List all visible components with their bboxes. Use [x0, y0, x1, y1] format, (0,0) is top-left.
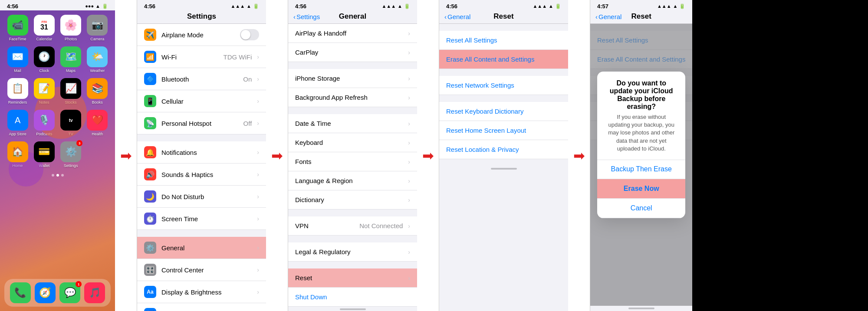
- general-row-storage[interactable]: iPhone Storage ›: [288, 69, 417, 88]
- app-notes[interactable]: 📝 Notes: [33, 78, 55, 105]
- general-list[interactable]: AirPlay & Handoff › CarPlay › iPhone Sto…: [288, 24, 417, 311]
- app-grid: 📹 FaceTime FRI 31 Calendar 🌸 Photos 📷 Ca…: [0, 10, 115, 172]
- bluetooth-icon: 🔷: [144, 73, 156, 85]
- general-row-legal[interactable]: Legal & Regulatory ›: [288, 242, 417, 262]
- app-stocks[interactable]: 📈 Stocks: [60, 78, 82, 105]
- settings-row-display[interactable]: Aa Display & Brightness ›: [137, 281, 266, 303]
- general-row-datetime[interactable]: Date & Time ›: [288, 114, 417, 133]
- status-time-reset: 4:56: [446, 3, 457, 10]
- general-back[interactable]: ‹ Settings: [293, 13, 320, 20]
- settings-row-bluetooth[interactable]: 🔷 Bluetooth On ›: [137, 68, 266, 90]
- wifi-icon-r: ▲: [549, 3, 553, 9]
- settings-row-dnd[interactable]: 🌙 Do Not Disturb ›: [137, 186, 266, 208]
- settings-row-general[interactable]: ⚙️ General ›: [137, 237, 266, 259]
- reset-row-erase[interactable]: Erase All Content and Settings: [439, 50, 568, 69]
- dock-safari[interactable]: 🧭: [35, 282, 56, 303]
- general-panel: 4:56 ▲▲▲ ▲ 🔋 ‹ Settings General AirPlay …: [288, 0, 417, 311]
- general-row-language[interactable]: Language & Region ›: [288, 171, 417, 190]
- status-time-settings: 4:56: [144, 3, 155, 10]
- back-chevron-g: ‹: [293, 13, 296, 20]
- settings-row-sounds[interactable]: 🔊 Sounds & Haptics ›: [137, 164, 266, 186]
- general-row-carplay[interactable]: CarPlay ›: [288, 43, 417, 62]
- notifications-icon: 🔔: [144, 146, 156, 158]
- settings-row-airplane[interactable]: ✈️ Airplane Mode: [137, 24, 266, 46]
- app-home[interactable]: 🏠 Home: [7, 141, 28, 168]
- app-weather[interactable]: 🌤️ Weather: [87, 46, 108, 73]
- signal-icon-g: ▲▲▲: [381, 3, 396, 9]
- general-back-label: Settings: [296, 13, 320, 20]
- app-appstore[interactable]: A App Store: [7, 110, 28, 136]
- cancel-button[interactable]: Cancel: [597, 199, 685, 218]
- app-calendar[interactable]: FRI 31 Calendar: [33, 15, 55, 41]
- app-health[interactable]: ❤️ Health: [87, 110, 108, 136]
- general-row-dictionary[interactable]: Dictionary ›: [288, 190, 417, 210]
- general-row-bgrefresh[interactable]: Background App Refresh ›: [288, 88, 417, 107]
- hotspot-icon: 📡: [144, 117, 156, 129]
- dialog-reset-title: Reset: [631, 12, 651, 21]
- dot-1: [52, 174, 54, 177]
- battery-icon-g: 🔋: [404, 3, 410, 9]
- erase-now-button[interactable]: Erase Now: [597, 179, 685, 199]
- general-row-keyboard[interactable]: Keyboard ›: [288, 133, 417, 152]
- general-row-shutdown[interactable]: Shut Down: [288, 288, 417, 307]
- general-row-vpn[interactable]: VPN Not Connected ›: [288, 216, 417, 236]
- reset-back[interactable]: ‹ General: [444, 13, 470, 20]
- app-facetime[interactable]: 📹 FaceTime: [7, 15, 28, 41]
- general-row-fonts[interactable]: Fonts ›: [288, 152, 417, 171]
- dialog-back[interactable]: ‹ General: [595, 13, 621, 20]
- status-time-general: 4:56: [295, 3, 306, 10]
- settings-row-accessibility[interactable]: ♿ Accessibility ›: [137, 303, 266, 311]
- settings-list[interactable]: ✈️ Airplane Mode 📶 Wi-Fi TDG WiFi › 🔷 Bl…: [137, 24, 266, 311]
- dock-phone[interactable]: 📞: [10, 282, 31, 303]
- settings-row-screentime[interactable]: ⏱️ Screen Time ›: [137, 208, 266, 230]
- app-reminders[interactable]: 📋 Reminders: [7, 78, 28, 105]
- dnd-icon: 🌙: [144, 190, 156, 203]
- reset-row-network[interactable]: Reset Network Settings: [439, 76, 568, 95]
- general-row-reset[interactable]: Reset ›: [288, 268, 417, 288]
- app-settings[interactable]: ⚙️ 3 Settings: [60, 141, 82, 168]
- display-icon: Aa: [144, 286, 156, 298]
- signal-icon: ●●●: [85, 3, 94, 9]
- dialog-back-label: General: [598, 13, 621, 20]
- airplane-toggle[interactable]: [240, 29, 259, 40]
- reset-row-location[interactable]: Reset Location & Privacy: [439, 140, 568, 159]
- reset-panel: 4:56 ▲▲▲ ▲ 🔋 ‹ General Reset Reset All S…: [439, 0, 568, 311]
- settings-panel: 4:56 ▲▲▲ ▲ 🔋 Settings ✈️ Airplane Mode 📶…: [137, 0, 266, 311]
- page-dots: [0, 174, 115, 177]
- reset-row-keyboard[interactable]: Reset Keyboard Dictionary: [439, 102, 568, 121]
- messages-badge: 1: [76, 281, 82, 287]
- settings-row-controlcenter[interactable]: 🎛️ Control Center ›: [137, 259, 266, 281]
- settings-row-cellular[interactable]: 📱 Cellular ›: [137, 90, 266, 112]
- status-icons-settings: ▲▲▲ ▲ 🔋: [230, 3, 259, 9]
- status-bar-home: 4:56 ●●● ▲ 🔋: [0, 0, 115, 10]
- general-row-airplay[interactable]: AirPlay & Handoff ›: [288, 24, 417, 43]
- arrow-4: ➡: [568, 0, 590, 311]
- reset-row-homescreen[interactable]: Reset Home Screen Layout: [439, 121, 568, 140]
- dock-messages[interactable]: 💬 1: [59, 282, 80, 303]
- arrow-1: ➡: [115, 0, 137, 311]
- app-photos[interactable]: 🌸 Photos: [60, 15, 82, 41]
- accessibility-icon: ♿: [144, 308, 156, 311]
- dock-music[interactable]: 🎵: [84, 282, 105, 303]
- app-mail[interactable]: ✉️ Mail: [7, 46, 28, 73]
- settings-row-wifi[interactable]: 📶 Wi-Fi TDG WiFi ›: [137, 46, 266, 68]
- app-camera[interactable]: 📷 Camera: [87, 15, 108, 41]
- reset-list[interactable]: Reset All Settings Erase All Content and…: [439, 24, 568, 311]
- general-icon: ⚙️: [144, 242, 156, 254]
- settings-row-hotspot[interactable]: 📡 Personal Hotspot Off ›: [137, 112, 266, 134]
- app-wallet[interactable]: 💳 Wallet: [33, 141, 55, 168]
- app-empty: [87, 141, 108, 168]
- app-clock[interactable]: 🕐 Clock: [33, 46, 55, 73]
- status-bar-dialog: 4:57 ▲▲▲ ▲ 🔋: [590, 0, 692, 10]
- app-tv[interactable]: tv TV: [60, 110, 82, 136]
- app-podcasts[interactable]: 🎙️ Podcasts: [33, 110, 55, 136]
- settings-row-notifications[interactable]: 🔔 Notifications ›: [137, 141, 266, 164]
- backup-then-erase-button[interactable]: Backup Then Erase: [597, 160, 685, 179]
- reset-row-all-settings[interactable]: Reset All Settings: [439, 31, 568, 50]
- reset-back-label: General: [447, 13, 470, 20]
- app-maps[interactable]: 🗺️ Maps: [60, 46, 82, 73]
- settings-nav: Settings: [137, 10, 266, 24]
- dialog-nav: ‹ General Reset: [590, 10, 692, 24]
- app-books[interactable]: 📚 Books: [87, 78, 108, 105]
- back-chevron-d: ‹: [595, 13, 598, 20]
